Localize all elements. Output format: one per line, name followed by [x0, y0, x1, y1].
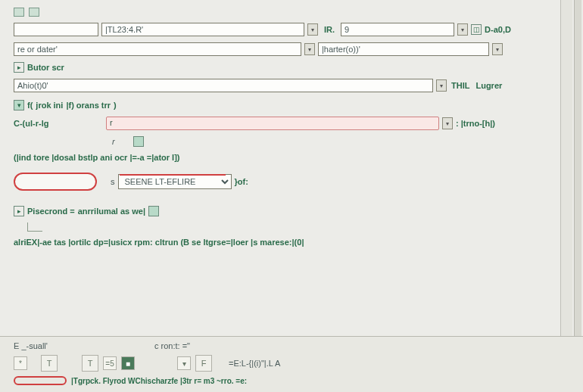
row-section4: alriEX|-ae tas |ortilc dp=|usicx rpm: cl…: [14, 238, 569, 247]
label-dad: D-a0,D: [485, 25, 511, 34]
color-chip[interactable]: [133, 136, 144, 147]
label-color: C-(ul-r-lg: [14, 119, 79, 128]
main-panel: ▾ IR. ▾ ◫ D-a0,D ▾ ▾ ▸ Butor scr ▾ THIL …: [0, 0, 583, 336]
tb-btn-t1[interactable]: T: [41, 355, 58, 372]
row-dimensions: ▾ IR. ▾ ◫ D-a0,D: [14, 23, 569, 36]
tb-label-a: E _-suall': [14, 341, 150, 350]
heading-part-b: jrok ini: [36, 101, 63, 110]
header-icon-b[interactable]: [29, 8, 39, 17]
row-color: C-(ul-r-lg r ▾ : |trno-[h|): [14, 117, 569, 130]
sec3-connector: [27, 222, 42, 232]
sublabel-a: r: [112, 137, 115, 146]
tb-row-buttons: * T T =5 ■ ▾ F =E:L-{|(i)"|.L A: [14, 355, 569, 372]
top-icon-row: [14, 8, 569, 17]
tb-label-b: c ron:t: =": [154, 341, 190, 350]
row-color-sub: r: [112, 136, 569, 147]
bottom-toolbar: E _-suall' c ron:t: =" * T T =5 ■ ▾ F =E…: [0, 336, 583, 392]
heading-part-a: f(: [27, 101, 33, 110]
tb-btn-t2[interactable]: T: [82, 355, 98, 372]
header-icon-a[interactable]: [14, 8, 24, 17]
dropdown-2b[interactable]: ▾: [492, 43, 503, 55]
tb-btn-eq[interactable]: =5: [103, 356, 117, 370]
tb-row-footer: |Tgrpck. Flyrod WChischarzfe |3tr r= m3 …: [14, 376, 569, 385]
tb-btn-star[interactable]: *: [14, 356, 27, 370]
red-annotation-oval: [14, 173, 97, 191]
btn-row1-end[interactable]: ◫: [471, 24, 482, 35]
tb-row-labels: E _-suall' c ron:t: =": [14, 341, 569, 350]
checkbox-butor[interactable]: ▸: [14, 62, 24, 73]
row-assert: (|ind tore |dosal bstlp ani ocr |=-a =|a…: [14, 153, 569, 162]
footer-text: |Tgrpck. Flyrod WChischarzfe |3tr r= m3 …: [71, 377, 247, 385]
select-prefix: s: [111, 177, 115, 186]
field-1a[interactable]: [14, 23, 98, 36]
dropdown-2a[interactable]: ▾: [304, 43, 315, 55]
section-heading-1: ▾ f( jrok ini |f) orans trr ): [14, 100, 569, 110]
dropdown-color[interactable]: ▾: [442, 117, 453, 129]
sec3-label-b: anrrilumal as we|: [78, 207, 145, 216]
select-suffix: }of:: [235, 177, 248, 186]
color-input-highlighted[interactable]: r: [106, 117, 439, 130]
row-section3: ▸ Pisecrond = anrrilumal as we|: [14, 206, 569, 216]
label-color-trail: : |trno-[h|): [456, 119, 495, 128]
select-seene[interactable]: SEENE LT-EFLIRE: [118, 174, 232, 189]
assert-text: (|ind tore |dosal bstlp ani ocr |=-a =|a…: [14, 153, 180, 162]
field-4a[interactable]: [14, 79, 433, 92]
row-butor: ▸ Butor scr: [14, 62, 569, 73]
field-1c[interactable]: [341, 23, 454, 36]
field-2b[interactable]: [318, 42, 489, 56]
tb-btn-color[interactable]: ■: [121, 356, 135, 370]
field-2a[interactable]: [14, 42, 301, 56]
dropdown-4a[interactable]: ▾: [436, 79, 447, 92]
field-1b[interactable]: [101, 23, 304, 36]
label-ir: IR.: [321, 25, 338, 34]
row-path: ▾ ▾: [14, 42, 569, 56]
heading-part-d: ): [114, 101, 117, 110]
heading-part-c: |f) orans trr: [66, 101, 111, 110]
color-input-value: r: [110, 118, 113, 127]
row-select-highlight: s SEENE LT-EFLIRE }of:: [14, 173, 569, 191]
label-butor: Butor scr: [27, 63, 64, 72]
sec3-icon[interactable]: [148, 206, 159, 216]
tb-mid-text: =E:L-{|(i)"|.L A: [229, 359, 280, 368]
tb-btn-mid-dd[interactable]: ▾: [177, 356, 191, 370]
btn-thil[interactable]: THIL: [450, 81, 471, 90]
collapse-icon[interactable]: ▾: [14, 100, 24, 110]
dropdown-1c[interactable]: ▾: [457, 23, 468, 36]
dropdown-1b[interactable]: ▾: [307, 23, 318, 36]
footer-red-oval: [14, 376, 67, 385]
red-underline-annotation: [120, 174, 226, 176]
checkbox-sec3[interactable]: ▸: [14, 206, 24, 216]
sec4-text: alriEX|-ae tas |ortilc dp=|usicx rpm: cl…: [14, 238, 304, 247]
row-ahio: ▾ THIL Lugrer: [14, 79, 569, 92]
btn-lugrer[interactable]: Lugrer: [474, 81, 504, 90]
tb-btn-f[interactable]: F: [195, 355, 212, 372]
sec3-label-a: Pisecrond =: [27, 207, 75, 216]
